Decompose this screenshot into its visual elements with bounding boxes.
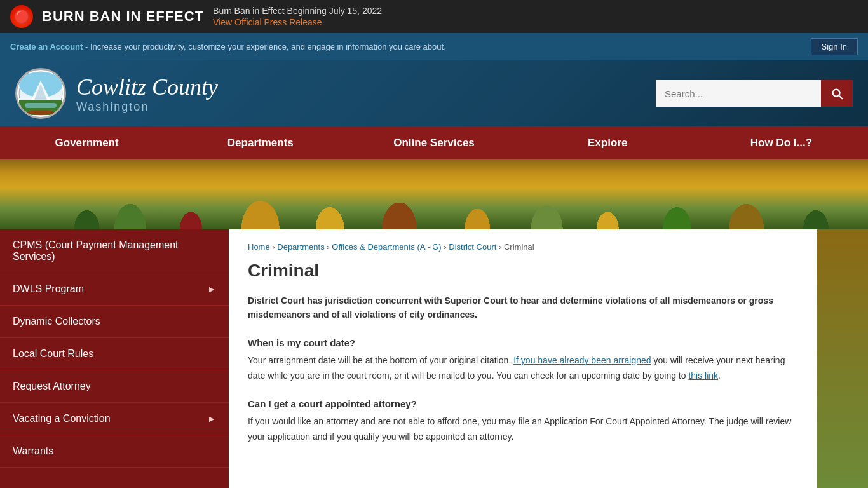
svg-point-6 bbox=[27, 110, 55, 115]
sidebar-item-local-court-rules-label: Local Court Rules bbox=[13, 348, 93, 360]
county-state: Washington bbox=[76, 100, 218, 114]
breadcrumb: Home › Departments › Offices & Departmen… bbox=[248, 242, 798, 252]
county-main-name: Cowlitz County bbox=[76, 74, 218, 100]
breadcrumb-home[interactable]: Home bbox=[248, 242, 270, 252]
county-name-area: Cowlitz County Washington bbox=[76, 74, 218, 114]
logo-svg bbox=[18, 71, 63, 116]
search-input[interactable] bbox=[656, 80, 821, 107]
hero-image bbox=[0, 159, 868, 229]
search-button[interactable] bbox=[821, 80, 853, 107]
sidebar-item-local-court-rules[interactable]: Local Court Rules bbox=[0, 338, 229, 370]
search-area bbox=[656, 80, 853, 107]
sidebar-item-dwls-arrow: ► bbox=[207, 284, 216, 294]
create-account-link[interactable]: Create an Account bbox=[10, 42, 83, 51]
sidebar-item-vacating-conviction-label: Vacating a Conviction bbox=[13, 413, 111, 424]
burn-ban-subtitle: Burn Ban in Effect Beginning July 15, 20… bbox=[213, 6, 382, 16]
breadcrumb-criminal: Criminal bbox=[504, 242, 534, 252]
sidebar-item-request-attorney-label: Request Attorney bbox=[13, 381, 91, 392]
section-court-date-title: When is my court date? bbox=[248, 337, 798, 348]
sidebar-item-vacating-conviction[interactable]: Vacating a Conviction ► bbox=[0, 403, 229, 435]
logo-area: Cowlitz County Washington bbox=[15, 68, 218, 119]
county-logo bbox=[15, 68, 66, 119]
content-area: CPMS (Court Payment Management Services)… bbox=[0, 229, 868, 488]
burn-ban-link[interactable]: View Official Press Release bbox=[213, 17, 382, 27]
burn-ban-bar: 🔴 BURN BAN IN EFFECT Burn Ban in Effect … bbox=[0, 0, 868, 33]
sidebar-item-dwls[interactable]: DWLS Program ► bbox=[0, 273, 229, 306]
sidebar: CPMS (Court Payment Management Services)… bbox=[0, 229, 229, 488]
sidebar-item-warrants[interactable]: Warrants bbox=[0, 435, 229, 468]
sidebar-item-warrants-label: Warrants bbox=[13, 445, 53, 457]
header: Cowlitz County Washington bbox=[0, 60, 868, 126]
arraigned-link[interactable]: If you have already been arraigned bbox=[513, 355, 651, 365]
sidebar-item-vacating-conviction-arrow: ► bbox=[207, 414, 216, 424]
sidebar-item-cpms[interactable]: CPMS (Court Payment Management Services) bbox=[0, 229, 229, 273]
breadcrumb-sep-4: › bbox=[499, 242, 504, 252]
section-court-date-body: Your arraignment date will be at the bot… bbox=[248, 353, 798, 384]
section-appointed-attorney-body: If you would like an attorney and are no… bbox=[248, 414, 798, 445]
page-title: Criminal bbox=[248, 261, 798, 281]
nav-item-online-services[interactable]: Online Services bbox=[347, 126, 520, 159]
navigation: Government Departments Online Services E… bbox=[0, 126, 868, 159]
hero-trees bbox=[0, 159, 868, 229]
sign-in-button[interactable]: Sign In bbox=[811, 38, 858, 55]
right-decoration bbox=[817, 229, 868, 488]
account-bar-description: - Increase your productivity, customize … bbox=[83, 42, 445, 51]
section-appointed-attorney: Can I get a court appointed attorney? If… bbox=[248, 398, 798, 445]
burn-ban-details: Burn Ban in Effect Beginning July 15, 20… bbox=[213, 6, 382, 27]
main-content: Home › Departments › Offices & Departmen… bbox=[229, 229, 817, 488]
nav-item-explore[interactable]: Explore bbox=[521, 126, 695, 159]
section-court-date: When is my court date? Your arraignment … bbox=[248, 337, 798, 384]
nav-item-government[interactable]: Government bbox=[0, 126, 173, 159]
search-icon bbox=[830, 86, 844, 100]
breadcrumb-departments[interactable]: Departments bbox=[277, 242, 324, 252]
svg-rect-5 bbox=[25, 103, 57, 108]
nav-item-how-do-i[interactable]: How Do I...? bbox=[695, 126, 868, 159]
sidebar-item-request-attorney[interactable]: Request Attorney bbox=[0, 370, 229, 403]
fire-icon: 🔴 bbox=[10, 5, 33, 28]
sidebar-item-cpms-label: CPMS (Court Payment Management Services) bbox=[13, 240, 216, 262]
nav-item-departments[interactable]: Departments bbox=[173, 126, 347, 159]
breadcrumb-district-court[interactable]: District Court bbox=[449, 242, 496, 252]
account-bar: Create an Account - Increase your produc… bbox=[0, 33, 868, 60]
burn-ban-title: BURN BAN IN EFFECT bbox=[42, 8, 204, 25]
account-bar-text: Create an Account - Increase your produc… bbox=[10, 42, 446, 51]
section-appointed-attorney-title: Can I get a court appointed attorney? bbox=[248, 398, 798, 409]
sidebar-item-dwls-label: DWLS Program bbox=[13, 283, 84, 295]
date-check-link[interactable]: this link bbox=[688, 370, 718, 381]
breadcrumb-offices[interactable]: Offices & Departments (A - G) bbox=[332, 242, 441, 252]
sidebar-item-dynamic-collectors-label: Dynamic Collectors bbox=[13, 316, 100, 327]
sidebar-item-dynamic-collectors[interactable]: Dynamic Collectors bbox=[0, 306, 229, 338]
page-intro: District Court has jurisdiction concurre… bbox=[248, 294, 798, 322]
